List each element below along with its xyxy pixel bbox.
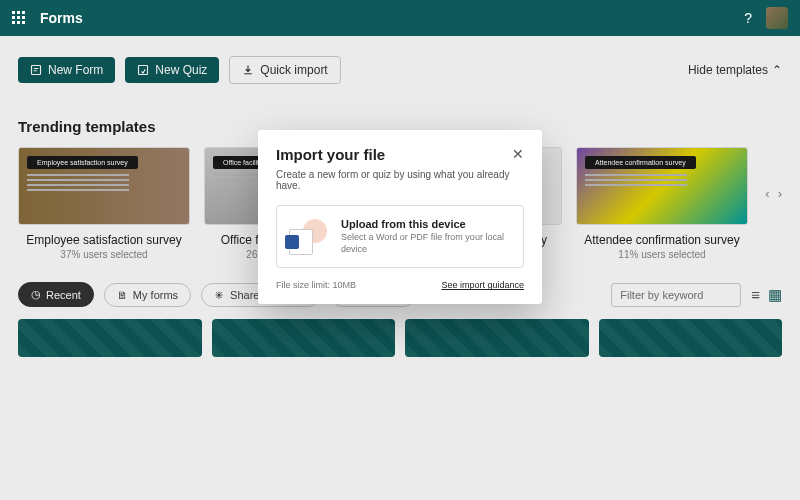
app-launcher-icon[interactable] (12, 11, 26, 25)
upload-title: Upload from this device (341, 218, 511, 230)
close-icon: ✕ (512, 146, 524, 162)
upload-desc: Select a Word or PDF file from your loca… (341, 232, 511, 255)
top-bar: Forms ? (0, 0, 800, 36)
file-size-limit: File size limit: 10MB (276, 280, 356, 290)
avatar[interactable] (766, 7, 788, 29)
app-title: Forms (40, 10, 83, 26)
modal-title: Import your file (276, 146, 385, 163)
close-button[interactable]: ✕ (512, 146, 524, 162)
modal-subtitle: Create a new form or quiz by using what … (276, 169, 524, 191)
import-guidance-link[interactable]: See import guidance (441, 280, 524, 290)
upload-document-icon (289, 219, 329, 255)
import-modal: Import your file ✕ Create a new form or … (258, 130, 542, 304)
help-icon[interactable]: ? (744, 10, 752, 26)
upload-from-device-button[interactable]: Upload from this device Select a Word or… (276, 205, 524, 268)
